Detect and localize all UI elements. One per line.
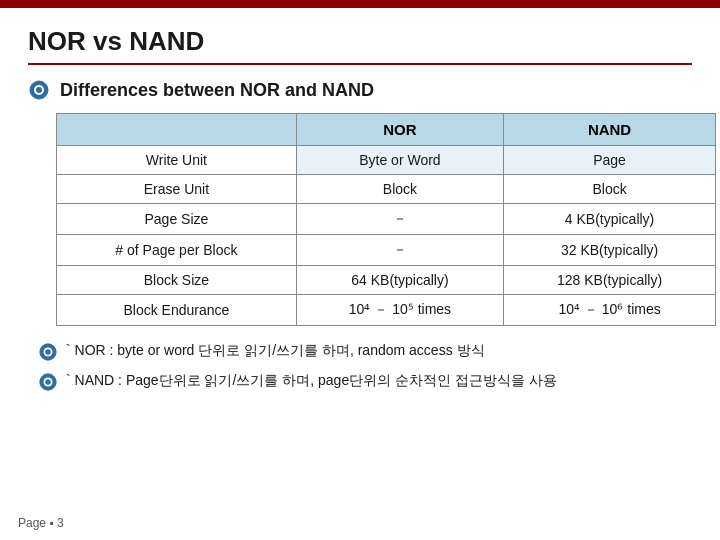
note-bullet-icon-0 xyxy=(38,342,58,362)
svg-point-8 xyxy=(45,379,50,384)
page-content: NOR vs NAND Differences between NOR and … xyxy=(0,8,720,412)
table-cell-3-1: － xyxy=(296,235,503,266)
svg-point-2 xyxy=(36,87,42,93)
table-cell-1-2: Block xyxy=(504,175,716,204)
table-cell-0-0: Write Unit xyxy=(57,146,297,175)
col-header-nor: NOR xyxy=(296,114,503,146)
section-title: Differences between NOR and NAND xyxy=(60,80,374,101)
table-cell-1-1: Block xyxy=(296,175,503,204)
table-row: Page Size－4 KB(typically) xyxy=(57,204,716,235)
table-cell-4-0: Block Size xyxy=(57,266,297,295)
page-title: NOR vs NAND xyxy=(28,26,692,65)
section-header: Differences between NOR and NAND xyxy=(28,79,692,101)
table-row: Erase UnitBlockBlock xyxy=(57,175,716,204)
table-cell-0-1: Byte or Word xyxy=(296,146,503,175)
svg-point-5 xyxy=(45,349,50,354)
page-number: Page ▪ 3 xyxy=(18,516,64,530)
note-text-0: ` NOR : byte or word 단위로 읽기/쓰기를 하며, rand… xyxy=(66,340,485,361)
note-item-1: ` NAND : Page단위로 읽기/쓰기를 하며, page단위의 순차적인… xyxy=(38,370,692,392)
table-cell-1-0: Erase Unit xyxy=(57,175,297,204)
note-text-1: ` NAND : Page단위로 읽기/쓰기를 하며, page단위의 순차적인… xyxy=(66,370,557,391)
table-row: Block Size64 KB(typically)128 KB(typical… xyxy=(57,266,716,295)
table-wrapper: NOR NAND Write UnitByte or WordPageErase… xyxy=(56,113,692,326)
table-cell-4-2: 128 KB(typically) xyxy=(504,266,716,295)
table-cell-2-1: － xyxy=(296,204,503,235)
table-cell-2-2: 4 KB(typically) xyxy=(504,204,716,235)
page-num-label: Page ▪ 3 xyxy=(18,516,64,530)
top-bar xyxy=(0,0,720,8)
table-cell-0-2: Page xyxy=(504,146,716,175)
section-bullet-icon xyxy=(28,79,50,101)
col-header-category xyxy=(57,114,297,146)
table-row: Write UnitByte or WordPage xyxy=(57,146,716,175)
table-row: Block Endurance10⁴ － 10⁵ times10⁴ － 10⁶ … xyxy=(57,295,716,326)
table-cell-5-2: 10⁴ － 10⁶ times xyxy=(504,295,716,326)
col-header-nand: NAND xyxy=(504,114,716,146)
table-cell-2-0: Page Size xyxy=(57,204,297,235)
note-item-0: ` NOR : byte or word 단위로 읽기/쓰기를 하며, rand… xyxy=(38,340,692,362)
comparison-table: NOR NAND Write UnitByte or WordPageErase… xyxy=(56,113,716,326)
notes-section: ` NOR : byte or word 단위로 읽기/쓰기를 하며, rand… xyxy=(38,340,692,392)
table-cell-5-0: Block Endurance xyxy=(57,295,297,326)
table-cell-4-1: 64 KB(typically) xyxy=(296,266,503,295)
table-row: # of Page per Block－32 KB(typically) xyxy=(57,235,716,266)
table-cell-3-2: 32 KB(typically) xyxy=(504,235,716,266)
table-cell-5-1: 10⁴ － 10⁵ times xyxy=(296,295,503,326)
note-bullet-icon-1 xyxy=(38,372,58,392)
table-cell-3-0: # of Page per Block xyxy=(57,235,297,266)
